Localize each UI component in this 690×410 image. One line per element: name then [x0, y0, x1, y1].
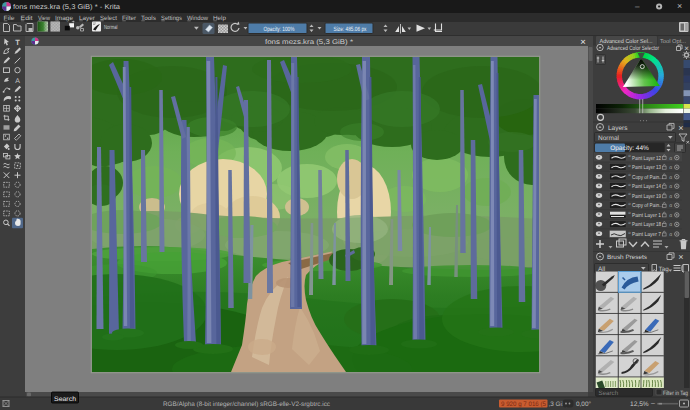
svg-text:Normal: Normal — [598, 135, 620, 142]
svg-text:Paint Layer 18: Paint Layer 18 — [632, 221, 661, 228]
svg-text:Normal: Normal — [104, 24, 118, 31]
svg-text:Filter in Tag: Filter in Tag — [663, 390, 688, 397]
svg-text:Paint Layer 13: Paint Layer 13 — [632, 164, 661, 171]
svg-text:Paint Layer 14: Paint Layer 14 — [632, 183, 661, 190]
svg-text:0,00°: 0,00° — [576, 401, 591, 408]
svg-text:Opacity: 44%: Opacity: 44% — [610, 145, 649, 152]
svg-text:9 920 g 7 016 (5: 9 920 g 7 016 (5 — [501, 401, 546, 408]
svg-text:Copy of Pain...: Copy of Pain... — [632, 202, 663, 209]
svg-text:α: α — [669, 194, 672, 200]
svg-text:Paint Layer 1: Paint Layer 1 — [632, 212, 661, 219]
svg-text:fons mezs.kra (5,3 GiB) * - Kr: fons mezs.kra (5,3 GiB) * - Krita — [13, 3, 120, 11]
svg-text:Copy of Pain...: Copy of Pain... — [632, 174, 663, 181]
svg-text:α: α — [669, 213, 672, 219]
svg-text:RGB/Alpha (8-bit integer/chann: RGB/Alpha (8-bit integer/channel) sRGB-e… — [163, 401, 331, 408]
svg-text:Layers: Layers — [608, 125, 628, 132]
svg-text:fons mezs.kra (5,3 GiB) *: fons mezs.kra (5,3 GiB) * — [265, 39, 353, 46]
svg-text:α: α — [669, 175, 672, 181]
svg-text:α: α — [669, 165, 672, 171]
svg-text:Paint Layer 19: Paint Layer 19 — [632, 193, 661, 200]
svg-text:α: α — [669, 232, 672, 238]
svg-text:–: – — [651, 400, 655, 407]
svg-text:×: × — [580, 37, 586, 48]
svg-text:–: – — [635, 2, 640, 11]
svg-text:Search: Search — [599, 390, 619, 397]
svg-text:Size: 485.06 px: Size: 485.06 px — [334, 26, 368, 33]
svg-text:Brush Presets: Brush Presets — [607, 254, 647, 261]
svg-text:×: × — [678, 252, 683, 262]
svg-text:Tool Opt...: Tool Opt... — [660, 38, 686, 45]
svg-text:T: T — [15, 38, 20, 47]
svg-text:α: α — [669, 222, 672, 228]
svg-text:Advanced Color Selector: Advanced Color Selector — [607, 45, 659, 52]
svg-text:Paint Layer 7: Paint Layer 7 — [632, 231, 661, 238]
svg-text:α: α — [669, 203, 672, 209]
svg-text:Search: Search — [54, 396, 76, 403]
svg-text:α: α — [669, 184, 672, 190]
svg-text:12,5%: 12,5% — [630, 401, 649, 408]
svg-text:×: × — [678, 123, 683, 133]
svg-text:Opacity: 100%: Opacity: 100% — [264, 26, 295, 33]
svg-text:Paint Layer 12: Paint Layer 12 — [632, 155, 661, 162]
svg-text:A: A — [15, 78, 20, 85]
svg-text:×: × — [677, 1, 682, 11]
svg-text:α: α — [669, 156, 672, 162]
